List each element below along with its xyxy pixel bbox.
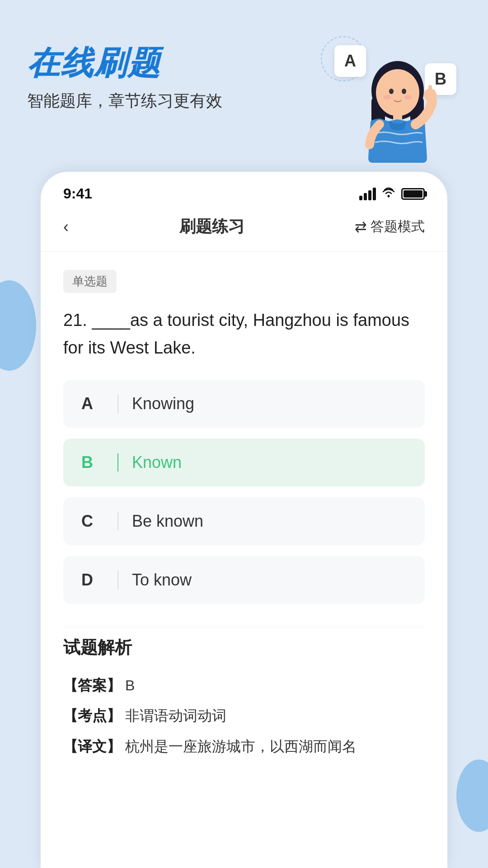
status-bar: 9:41 bbox=[41, 172, 447, 207]
option-c-divider bbox=[117, 512, 118, 530]
top-text: 在线刷题 智能题库，章节练习更有效 bbox=[27, 36, 222, 112]
main-title: 在线刷题 bbox=[27, 45, 222, 81]
svg-point-4 bbox=[389, 89, 394, 94]
status-icons bbox=[359, 187, 425, 201]
svg-point-5 bbox=[402, 89, 406, 94]
svg-point-3 bbox=[376, 69, 419, 116]
battery-icon bbox=[401, 188, 425, 200]
option-c-letter: C bbox=[81, 512, 104, 531]
analysis-keypoint: 【考点】 非谓语动词动词 bbox=[63, 703, 425, 729]
option-a-letter: A bbox=[81, 394, 104, 413]
option-b[interactable]: B Known bbox=[63, 439, 425, 486]
question-type-badge: 单选题 bbox=[63, 270, 117, 293]
nav-bar: ‹ 刷题练习 ⇄ 答题模式 bbox=[41, 207, 447, 252]
back-button[interactable]: ‹ bbox=[63, 217, 69, 236]
top-section: 在线刷题 智能题库，章节练习更有效 A B bbox=[0, 0, 488, 172]
analysis-title: 试题解析 bbox=[63, 636, 425, 659]
decoration-blob-left bbox=[0, 280, 36, 371]
option-b-text: Known bbox=[132, 453, 182, 472]
wifi-icon bbox=[381, 187, 396, 201]
phone-mockup: 9:41 ‹ 刷题练习 ⇄ bbox=[41, 172, 447, 868]
decoration-blob-right bbox=[456, 760, 488, 832]
option-b-letter: B bbox=[81, 453, 104, 472]
content-area: 单选题 21. ____as a tourist city, Hangzhou … bbox=[41, 252, 447, 782]
question-text: 21. ____as a tourist city, Hangzhou is f… bbox=[63, 307, 425, 362]
signal-icon bbox=[359, 188, 376, 200]
nav-title: 刷题练习 bbox=[179, 216, 244, 238]
svg-rect-10 bbox=[428, 85, 432, 96]
option-c-text: Be known bbox=[132, 512, 203, 531]
status-time: 9:41 bbox=[63, 185, 92, 202]
option-d-divider bbox=[117, 571, 118, 589]
svg-point-7 bbox=[404, 95, 412, 99]
analysis-translation: 【译文】 杭州是一座旅游城市，以西湖而闻名 bbox=[63, 734, 425, 760]
girl-figure bbox=[343, 54, 452, 181]
option-c[interactable]: C Be known bbox=[63, 497, 425, 545]
option-d-letter: D bbox=[81, 571, 104, 590]
option-a-divider bbox=[117, 395, 118, 413]
option-d[interactable]: D To know bbox=[63, 556, 425, 604]
question-blank: ____as a tourist city, Hangzhou is famou… bbox=[63, 311, 409, 357]
mode-swap-icon: ⇄ bbox=[355, 218, 367, 236]
options-list: A Knowing B Known C Be known D To know bbox=[63, 380, 425, 604]
option-b-divider bbox=[117, 453, 118, 472]
option-a[interactable]: A Knowing bbox=[63, 380, 425, 428]
svg-point-6 bbox=[384, 95, 391, 99]
svg-point-11 bbox=[388, 195, 390, 197]
subtitle: 智能题库，章节练习更有效 bbox=[27, 90, 222, 112]
option-d-text: To know bbox=[132, 571, 192, 590]
analysis-answer: 【答案】 B bbox=[63, 673, 425, 699]
option-a-text: Knowing bbox=[132, 394, 194, 413]
mode-button[interactable]: ⇄ 答题模式 bbox=[355, 217, 425, 236]
illustration: A B bbox=[298, 36, 461, 181]
analysis-section: 试题解析 【答案】 B 【考点】 非谓语动词动词 【译文】 杭州是一座旅游城市，… bbox=[63, 627, 425, 760]
